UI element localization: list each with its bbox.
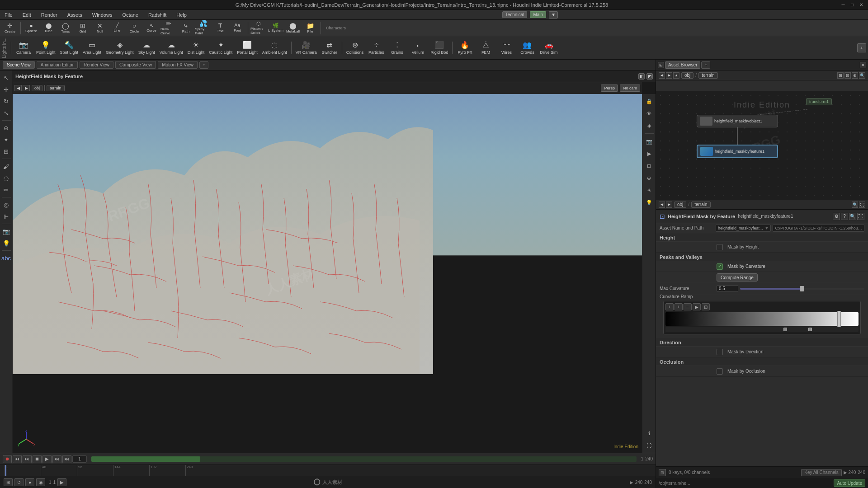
physics-fem[interactable]: ⧊ FEM (476, 37, 495, 59)
ramp-handle-bottom2[interactable] (808, 328, 812, 331)
create-tool-torus[interactable]: ◯ Torus (57, 21, 74, 35)
create-tool-create[interactable]: ✛ Create (2, 21, 18, 35)
tool-brush[interactable]: ◌ (1, 173, 12, 183)
status-btn4[interactable]: ◉ (36, 478, 45, 486)
create-tool-draw-curve[interactable]: ✏ Draw Curve (160, 21, 177, 35)
ng-nav-up[interactable]: ▲ (673, 72, 679, 79)
tool-select[interactable]: ↖ (1, 72, 12, 83)
workspace-menu-button[interactable]: ▼ (549, 11, 558, 19)
tab-animation-editor[interactable]: Animation Editor (37, 61, 78, 69)
checkbox-mask-direction[interactable] (717, 349, 723, 355)
tab-motion-fx-view[interactable]: Motion FX View (158, 61, 198, 69)
viewport-persp[interactable]: Persp (601, 84, 618, 92)
props-asset-name[interactable]: heightfield_maskbyfeat... ▼ (716, 225, 771, 232)
create-tool-path[interactable]: ⤷ Path (178, 21, 194, 35)
vp-icon-snap[interactable]: ⊕ (644, 173, 655, 183)
btn-stepback[interactable]: ⏭ (23, 455, 32, 463)
scene-tabs-add[interactable]: + (199, 61, 208, 69)
create-tool-null[interactable]: ✕ Null (92, 21, 108, 35)
tab-render-view[interactable]: Render View (80, 61, 113, 69)
btn-compute-range[interactable]: Compute Range (717, 273, 758, 282)
viewport-toggle1[interactable]: ◧ (638, 73, 645, 80)
viewport-3d[interactable]: HeightField Mask by Feature ◧ ◩ ◀ ▶ obj … (13, 70, 656, 453)
physics-drivesim[interactable]: 🚗 Drive Sim (538, 37, 559, 59)
light-ambient[interactable]: ◌ Ambient Light (260, 37, 289, 59)
panel-settings[interactable]: ⊞ (658, 62, 664, 68)
light-sky[interactable]: ☁ Sky Light (137, 37, 157, 59)
vp-icon-render[interactable]: ▶ (644, 148, 655, 159)
key-all-channels-btn[interactable]: Key All Channels (801, 469, 842, 476)
ng-btn1[interactable]: ⊞ (837, 72, 844, 79)
ng-btn2[interactable]: ⊟ (844, 72, 851, 79)
menu-help[interactable]: Help (175, 11, 189, 19)
light-vrcam[interactable]: 🎥 VR Camera (294, 37, 319, 59)
menu-octane[interactable]: Octane (120, 11, 140, 19)
create-tool-spray[interactable]: 💦 Spray Paint (195, 21, 211, 35)
checkbox-mask-curvature[interactable]: ✓ (717, 263, 723, 270)
status-btn3[interactable]: ● (25, 478, 34, 486)
tool-magnet[interactable]: ◎ (1, 199, 12, 210)
timeline-track[interactable]: 1 48 96 144 192 240 (0, 465, 656, 476)
tool-snap[interactable]: ⊞ (1, 146, 12, 157)
btn-stop[interactable]: ⏹ (33, 455, 42, 463)
physics-crowds[interactable]: 👥 Crowds (517, 37, 537, 59)
light-area[interactable]: ▭ Area Light (81, 37, 103, 59)
props-search2[interactable]: 🔍 (849, 213, 856, 220)
ramp-btn-remove[interactable]: − (684, 303, 692, 310)
btn-record[interactable]: ⏺ (3, 455, 12, 463)
ramp-gradient[interactable] (665, 312, 859, 326)
ramp-handle-bottom1[interactable] (783, 328, 787, 331)
ng-path-obj[interactable]: obj (681, 72, 693, 79)
create-tool-tube[interactable]: ⬤ Tube (40, 21, 57, 35)
checkbox-mask-height[interactable] (717, 244, 723, 250)
timeline-range-bar[interactable] (91, 456, 637, 462)
auto-update-btn[interactable]: Auto Update (834, 479, 865, 487)
light-volume[interactable]: ☁ Volume Light (158, 37, 185, 59)
tool-scale[interactable]: ⤡ (1, 108, 12, 118)
viewport-nav-back[interactable]: ◀ (14, 85, 22, 91)
menu-windows[interactable]: Windows (90, 11, 114, 19)
btn-stepfwd[interactable]: ⏭ (52, 455, 61, 463)
btn-fwd[interactable]: ⏭ (62, 455, 71, 463)
props-help[interactable]: ? (841, 213, 848, 220)
create-tool-circle[interactable]: ○ Circle (126, 21, 142, 35)
ramp-btn-settings[interactable]: ⊡ (702, 303, 710, 310)
menu-assets[interactable]: Assets (66, 11, 84, 19)
create-tool-text[interactable]: T Text (212, 21, 228, 35)
tool-light[interactable]: 💡 (1, 238, 12, 249)
props-path-obj[interactable]: obj (674, 202, 686, 208)
panel-tab-asset-browser[interactable]: Asset Browser (665, 61, 700, 69)
vp-icon-grid[interactable]: ⊞ (644, 160, 655, 171)
light-portal[interactable]: ⬜ Portal Light (235, 37, 259, 59)
ng-search[interactable]: 🔍 (859, 72, 865, 79)
physics-particles[interactable]: ⁘ Particles (366, 37, 386, 59)
viewport-nav-forward[interactable]: ▶ (23, 85, 30, 91)
light-spot[interactable]: 🔦 Spot Light (58, 37, 80, 59)
props-gear[interactable]: ⚙ (833, 213, 840, 220)
vp-icon-display[interactable]: ◈ (644, 120, 655, 131)
tool-pose[interactable]: ✦ (1, 134, 12, 145)
checkbox-mask-occlusion[interactable] (717, 368, 723, 375)
create-tool-curve[interactable]: ∿ Curve (143, 21, 160, 35)
panel-close[interactable]: ✕ (860, 62, 866, 68)
vp-icon-fullscreen[interactable]: ⛶ (644, 440, 655, 451)
physics-wires[interactable]: 〰 Wires (496, 37, 516, 59)
ng-nav-fwd[interactable]: ▶ (666, 72, 672, 79)
vp-icon-scene[interactable]: ☀ (644, 185, 655, 196)
viewport-terrain-path[interactable]: terrain (47, 85, 65, 91)
vp-icon-eye[interactable]: 👁 (644, 108, 655, 119)
ramp-handle-right[interactable] (837, 311, 841, 327)
create-tool-metaball[interactable]: ⬤ Metaball (285, 21, 301, 35)
vp-icon-light[interactable]: 💡 (644, 197, 655, 208)
ng-path-terrain[interactable]: terrain (698, 72, 717, 79)
ramp-btn-expand[interactable]: ▶ (693, 303, 701, 310)
slider-max-curvature[interactable] (740, 288, 864, 290)
light-dist[interactable]: ☀ Dist.Light (186, 37, 207, 59)
tool-move[interactable]: ✛ (1, 84, 12, 95)
ng-nav-back[interactable]: ◀ (659, 72, 665, 79)
tool-abc[interactable]: abc (1, 253, 12, 263)
physics-vellum[interactable]: ⬩ Vellum (408, 37, 428, 59)
light-camera[interactable]: 📷 Camera (14, 37, 33, 59)
viewport-camera[interactable]: No cam (620, 84, 640, 92)
btn-rewind[interactable]: ⏮ (13, 455, 22, 463)
